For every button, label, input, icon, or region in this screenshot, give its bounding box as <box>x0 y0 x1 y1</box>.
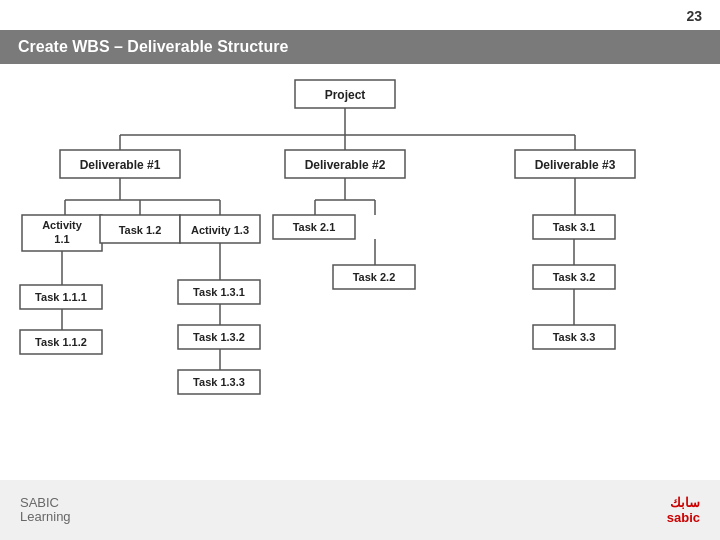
svg-text:1.1: 1.1 <box>54 233 69 245</box>
deliverable-3: Deliverable #3 <box>535 158 616 172</box>
deliverable-2: Deliverable #2 <box>305 158 386 172</box>
footer: SABIC Learning سابك sabic <box>0 480 720 540</box>
activity-1-3: Activity 1.3 <box>191 224 249 236</box>
wbs-diagram: Project Deliverable #1 Deliverable #2 De… <box>10 70 710 470</box>
task-3-1: Task 3.1 <box>553 221 596 233</box>
footer-learning-label: Learning <box>20 510 71 524</box>
deliverable-1: Deliverable #1 <box>80 158 161 172</box>
footer-sabic-arabic-label: sabic <box>667 510 700 525</box>
task-1-2: Task 1.2 <box>119 224 162 236</box>
task-1-3-3: Task 1.3.3 <box>193 376 245 388</box>
header-bar: Create WBS – Deliverable Structure <box>0 30 720 64</box>
task-1-1-1: Task 1.1.1 <box>35 291 87 303</box>
footer-logo-right: سابك sabic <box>667 495 700 525</box>
task-1-3-2: Task 1.3.2 <box>193 331 245 343</box>
activity-1-1: Activity <box>42 219 83 231</box>
page-number: 23 <box>686 8 702 24</box>
footer-arabic-label: سابك <box>667 495 700 510</box>
task-2-1: Task 2.1 <box>293 221 336 233</box>
footer-logo-left: SABIC Learning <box>20 496 71 525</box>
footer-sabic-label: SABIC <box>20 496 71 510</box>
task-1-3-1: Task 1.3.1 <box>193 286 245 298</box>
task-2-2: Task 2.2 <box>353 271 396 283</box>
task-1-1-2: Task 1.1.2 <box>35 336 87 348</box>
task-3-2: Task 3.2 <box>553 271 596 283</box>
task-3-3: Task 3.3 <box>553 331 596 343</box>
project-node: Project <box>325 88 366 102</box>
main-content: Project Deliverable #1 Deliverable #2 De… <box>0 70 720 480</box>
